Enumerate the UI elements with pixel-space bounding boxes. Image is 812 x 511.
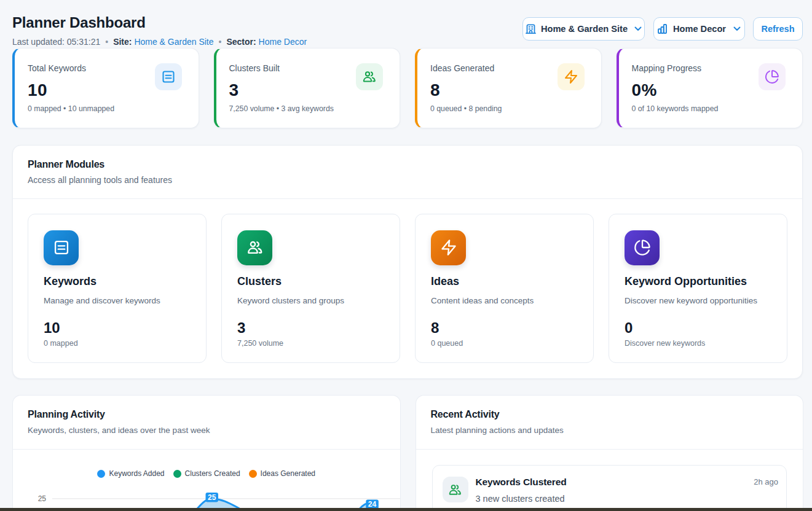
svg-text:25: 25 [38, 494, 47, 503]
svg-text:25: 25 [208, 493, 216, 502]
